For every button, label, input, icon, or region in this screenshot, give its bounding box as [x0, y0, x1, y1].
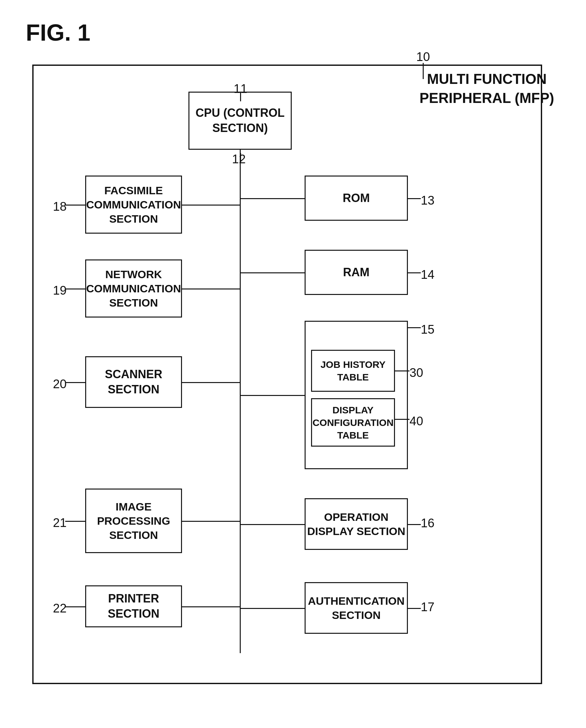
- rom-box: ROM: [304, 176, 408, 221]
- scanner-box: SCANNERSECTION: [85, 356, 182, 408]
- printer-box: PRINTER SECTION: [85, 586, 182, 627]
- mfp-container: CPU (CONTROLSECTION) 11 12 ROM RAM NONVO…: [32, 64, 542, 684]
- h-line-scanner: [182, 382, 240, 383]
- label-18: 18: [53, 200, 66, 214]
- label-13: 13: [421, 193, 434, 207]
- label-17: 17: [421, 600, 434, 614]
- tick-19: [65, 288, 85, 289]
- label-12: 12: [232, 152, 245, 166]
- h-line-nonvolatile: [241, 395, 304, 396]
- tick-14: [408, 272, 421, 273]
- label-14: 14: [421, 268, 434, 282]
- tick-40: [395, 419, 409, 420]
- label-10: 10: [416, 50, 430, 64]
- image-processing-box: IMAGEPROCESSINGSECTION: [85, 489, 182, 553]
- h-line-rom: [241, 198, 304, 199]
- label-16: 16: [421, 516, 434, 530]
- label-30: 30: [409, 366, 423, 380]
- label-21: 21: [53, 516, 66, 530]
- tick-16: [408, 524, 421, 525]
- tick-15: [408, 327, 421, 328]
- network-box: NETWORKCOMMUNICATIONSECTION: [85, 259, 182, 317]
- h-line-printer: [182, 606, 240, 607]
- h-line-operation: [241, 524, 304, 525]
- figure-label: FIG. 1: [26, 19, 90, 46]
- tick-11: [240, 92, 241, 101]
- label-40: 40: [409, 414, 423, 428]
- tick-21: [65, 521, 85, 522]
- mfp-title: MULTI FUNCTIONPERIPHERAL (MFP): [420, 69, 554, 108]
- label-20: 20: [53, 377, 66, 391]
- h-line-ram: [241, 272, 304, 273]
- tick-17: [408, 608, 421, 609]
- tick-18: [65, 205, 85, 206]
- label-22: 22: [53, 601, 66, 615]
- operation-display-box: OPERATIONDISPLAY SECTION: [304, 498, 408, 550]
- label-19: 19: [53, 284, 66, 297]
- vertical-bus: [240, 150, 241, 653]
- h-line-facsimile: [182, 205, 240, 206]
- label-15: 15: [421, 323, 434, 337]
- tick-13: [408, 198, 421, 199]
- ram-box: RAM: [304, 250, 408, 295]
- tick-22: [65, 606, 85, 607]
- tick-30: [395, 370, 409, 371]
- h-line-network: [182, 288, 240, 289]
- h-line-auth: [241, 608, 304, 609]
- facsimile-box: FACSIMILECOMMUNICATIONSECTION: [85, 176, 182, 234]
- display-config-box: DISPLAYCONFIGURATIONTABLE: [311, 398, 395, 447]
- tick-20: [65, 382, 85, 383]
- authentication-box: AUTHENTICATIONSECTION: [304, 582, 408, 634]
- nonvolatile-box: NONVOLATILEMEMORY: [304, 321, 408, 469]
- h-line-image: [182, 521, 240, 522]
- job-history-box: JOB HISTORYTABLE: [311, 350, 395, 392]
